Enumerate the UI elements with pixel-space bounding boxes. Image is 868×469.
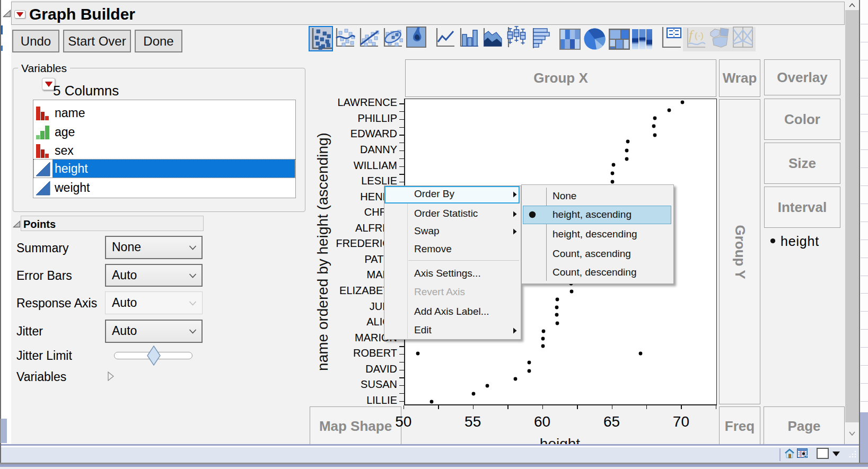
svg-text:(·): (·) <box>695 31 704 41</box>
svg-text:f: f <box>689 28 695 43</box>
